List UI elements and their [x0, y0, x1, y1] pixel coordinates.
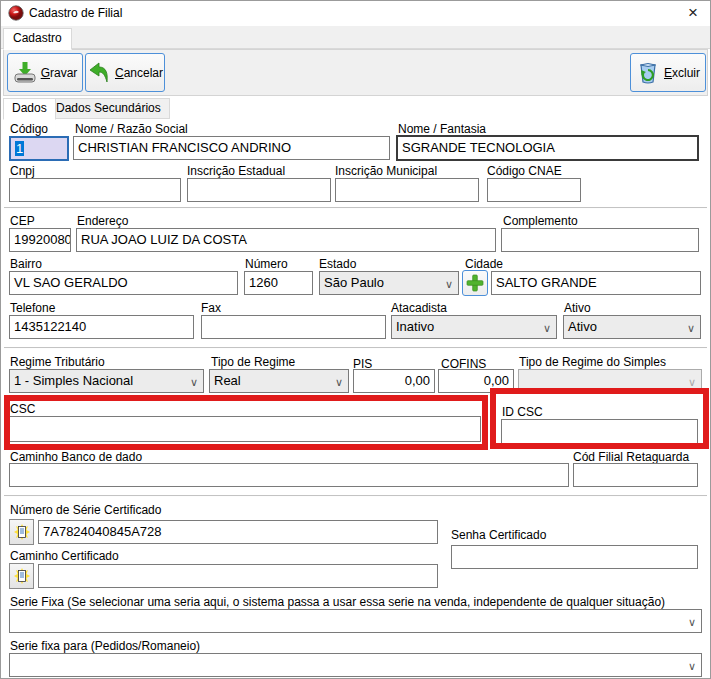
cofins-field[interactable]: 0,00	[438, 369, 514, 393]
close-icon[interactable]: ×	[676, 1, 710, 26]
chevron-down-icon: ∨	[687, 318, 695, 338]
serie-fixa-para-label: Serie fixa para (Pedidos/Romaneio)	[10, 639, 200, 653]
save-drive-icon	[13, 61, 37, 85]
ativo-value: Ativo	[568, 319, 597, 334]
recycle-bin-icon	[636, 61, 660, 85]
codigo-label: Código	[10, 122, 48, 136]
regime-tributario-dropdown[interactable]: 1 - Simples Nacional∨	[9, 369, 204, 393]
cep-label: CEP	[10, 214, 35, 228]
browse-caminho-button[interactable]	[9, 563, 34, 589]
tab-dados-secundarios[interactable]: Dados Secundários	[47, 98, 170, 119]
senha-certificado-label: Senha Certificado	[451, 528, 546, 542]
chevron-down-icon: ∨	[688, 372, 696, 392]
ativo-label: Ativo	[564, 301, 591, 315]
tab-cadastro[interactable]: Cadastro	[3, 28, 72, 50]
atacadista-dropdown[interactable]: Inativo∨	[391, 315, 557, 339]
cep-field[interactable]: 19920080	[9, 228, 71, 252]
chevron-down-icon: ∨	[543, 318, 551, 338]
cidade-label: Cidade	[465, 257, 503, 271]
razao-social-label: Nome / Razão Social	[75, 122, 188, 136]
serie-fixa-label: Serie Fixa (Se selecionar uma seria aqui…	[10, 595, 665, 609]
caminho-banco-field[interactable]	[9, 463, 569, 487]
bairro-field[interactable]: VL SAO GERALDO	[9, 271, 238, 295]
endereco-label: Endereço	[77, 214, 128, 228]
senha-certificado-field[interactable]	[451, 545, 698, 569]
cnpj-field[interactable]	[9, 178, 181, 202]
id-csc-label: ID CSC	[502, 405, 543, 419]
tipo-regime-label: Tipo de Regime	[211, 355, 295, 369]
cod-filial-retaguarda-field[interactable]	[573, 463, 698, 487]
separator	[4, 207, 707, 209]
ativo-dropdown[interactable]: Ativo∨	[563, 315, 701, 339]
separator	[4, 347, 707, 349]
file-browse-icon	[14, 568, 30, 584]
tipo-regime-simples-dropdown[interactable]: ∨	[518, 369, 702, 393]
estado-value: São Paulo	[324, 275, 384, 290]
chevron-down-icon: ∨	[190, 372, 198, 392]
codigo-cnae-field[interactable]	[487, 178, 581, 202]
gravar-label: Gravar	[41, 66, 78, 80]
window-cadastro-de-filial: Cadastro de Filial × Cadastro Gravar Can…	[0, 0, 711, 679]
plus-icon	[466, 274, 484, 292]
cidade-field[interactable]: SALTO GRANDE	[491, 271, 701, 295]
undo-arrow-icon	[87, 61, 111, 85]
numero-serie-certificado-label: Número de Série Certificado	[10, 503, 161, 517]
outer-tabstrip: Cadastro	[1, 26, 710, 49]
caminho-certificado-field[interactable]	[38, 564, 438, 588]
bairro-label: Bairro	[10, 257, 42, 271]
tipo-regime-simples-label: Tipo de Regime do Simples	[519, 355, 666, 369]
app-logo-icon	[8, 5, 24, 21]
inscricao-municipal-label: Inscrição Municipal	[335, 164, 437, 178]
excluir-button[interactable]: Excluir	[630, 53, 706, 92]
numero-field[interactable]: 1260	[244, 271, 313, 295]
numero-serie-certificado-field[interactable]: 7A7824040845A728	[38, 520, 438, 544]
codigo-field[interactable]: 1	[9, 136, 69, 161]
file-browse-icon	[14, 524, 30, 540]
tipo-regime-value: Real	[214, 373, 241, 388]
tab-dados[interactable]: Dados	[3, 98, 56, 120]
telefone-field[interactable]: 1435122140	[9, 315, 194, 339]
form-dados: Código Nome / Razão Social Nome / Fantas…	[1, 119, 710, 679]
inscricao-estadual-field[interactable]	[187, 178, 331, 202]
chevron-down-icon: ∨	[445, 274, 453, 294]
pis-field[interactable]: 0,00	[353, 369, 435, 393]
codigo-cnae-label: Código CNAE	[487, 164, 562, 178]
telefone-label: Telefone	[10, 301, 55, 315]
gravar-button[interactable]: Gravar	[7, 53, 83, 92]
inscricao-municipal-field[interactable]	[335, 178, 479, 202]
id-csc-field[interactable]	[501, 419, 698, 445]
codigo-value: 1	[15, 141, 24, 156]
browse-serie-button[interactable]	[9, 519, 34, 545]
numero-label: Número	[245, 257, 288, 271]
serie-fixa-dropdown[interactable]: ∨	[9, 609, 702, 633]
cnpj-label: Cnpj	[10, 164, 35, 178]
caminho-banco-label: Caminho Banco de dado	[10, 450, 142, 464]
regime-tributario-label: Regime Tributário	[10, 355, 105, 369]
razao-social-field[interactable]: CHRISTIAN FRANCISCO ANDRINO	[73, 136, 390, 160]
complemento-field[interactable]	[501, 228, 699, 252]
endereco-field[interactable]: RUA JOAO LUIZ DA COSTA	[76, 228, 496, 252]
chevron-down-icon: ∨	[335, 372, 343, 392]
window-title: Cadastro de Filial	[29, 6, 122, 20]
chevron-down-icon: ∨	[688, 612, 696, 632]
complemento-label: Complemento	[503, 214, 578, 228]
fantasia-field[interactable]: SGRANDE TECNOLOGIA	[396, 135, 699, 161]
excluir-label: Excluir	[664, 66, 700, 80]
caminho-certificado-label: Caminho Certificado	[10, 549, 119, 563]
inscricao-estadual-label: Inscrição Estadual	[187, 164, 285, 178]
fax-field[interactable]	[201, 315, 386, 339]
atacadista-label: Atacadista	[391, 301, 447, 315]
title-bar: Cadastro de Filial ×	[1, 1, 710, 26]
csc-field[interactable]	[9, 416, 481, 442]
estado-label: Estado	[319, 257, 356, 271]
csc-label: CSC	[10, 402, 35, 416]
tipo-regime-dropdown[interactable]: Real∨	[209, 369, 349, 393]
serie-fixa-para-dropdown[interactable]: ∨	[9, 653, 702, 677]
separator	[4, 495, 707, 497]
fantasia-label: Nome / Fantasia	[398, 122, 486, 136]
inner-tabstrip: Dados Dados Secundários	[1, 98, 710, 119]
cancelar-button[interactable]: Cancelar	[85, 53, 165, 92]
estado-dropdown[interactable]: São Paulo∨	[319, 271, 459, 295]
cancelar-label: Cancelar	[115, 66, 163, 80]
add-city-button[interactable]	[462, 270, 488, 296]
